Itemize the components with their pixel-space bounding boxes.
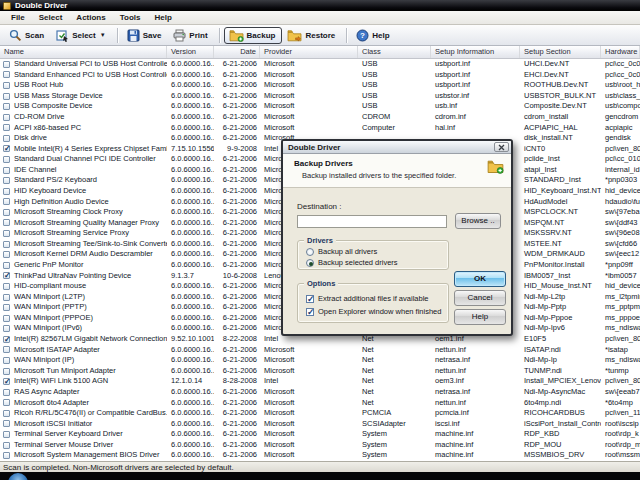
menu-help[interactable]: Help: [147, 11, 178, 24]
table-row[interactable]: Terminal Server Mouse Driver6.0.6000.16.…: [0, 440, 640, 451]
menu-file[interactable]: File: [4, 11, 32, 24]
table-row[interactable]: ACPI x86-based PC6.0.6000.16...6-21-2006…: [0, 122, 640, 133]
row-checkbox[interactable]: [3, 294, 10, 301]
column-header-version[interactable]: Version: [167, 46, 214, 58]
table-row[interactable]: Intel(R) WiFi Link 5100 AGN12.1.0.148-28…: [0, 376, 640, 387]
row-checkbox[interactable]: [3, 82, 10, 89]
row-checkbox[interactable]: [3, 251, 10, 258]
open-explorer-checkbox[interactable]: Open Explorer window when finished: [306, 307, 441, 316]
backup-button[interactable]: Backup: [224, 27, 283, 44]
select-button[interactable]: Select ▼: [51, 27, 113, 44]
table-row[interactable]: Microsoft Tun Miniport Adapter6.0.6000.1…: [0, 366, 640, 377]
row-checkbox[interactable]: [3, 357, 10, 364]
menu-tools[interactable]: Tools: [113, 11, 148, 24]
close-icon[interactable]: [494, 142, 509, 152]
ok-button[interactable]: OK: [454, 271, 506, 287]
select-icon: [56, 29, 69, 42]
cell-name: ThinkPad UltraNav Pointing Device: [0, 271, 167, 282]
print-button[interactable]: Print: [168, 27, 214, 44]
row-checkbox[interactable]: [3, 124, 10, 131]
cancel-button[interactable]: Cancel: [454, 290, 506, 306]
table-row[interactable]: USB Composite Device6.0.6000.16...6-21-2…: [0, 101, 640, 112]
table-row[interactable]: Microsoft 6to4 Adapter6.0.6000.16...6-21…: [0, 398, 640, 409]
dialog-help-button[interactable]: Help: [454, 309, 506, 325]
row-checkbox[interactable]: [3, 135, 10, 142]
cell-date: 6-21-2006: [214, 398, 260, 409]
column-header-setup-information[interactable]: Setup Information: [431, 46, 520, 58]
row-checkbox[interactable]: [3, 452, 10, 459]
table-row[interactable]: RAS Async Adapter6.0.6000.16...6-21-2006…: [0, 387, 640, 398]
scan-button[interactable]: Scan: [4, 27, 51, 44]
table-row[interactable]: WAN Miniport (IP)6.0.6000.16...6-21-2006…: [0, 355, 640, 366]
restore-button[interactable]: Restore: [282, 27, 342, 44]
row-checkbox[interactable]: [3, 368, 10, 375]
cell-setup-information: nettun.inf: [431, 366, 520, 377]
table-row[interactable]: CD-ROM Drive6.0.6000.16...6-21-2006Micro…: [0, 112, 640, 123]
row-checkbox[interactable]: [3, 431, 10, 438]
table-row[interactable]: USB Root Hub6.0.6000.16...6-21-2006Micro…: [0, 80, 640, 91]
table-row[interactable]: Standard Universal PCI to USB Host Contr…: [0, 59, 640, 70]
row-checkbox[interactable]: [3, 93, 10, 100]
row-checkbox[interactable]: [3, 156, 10, 163]
row-checkbox[interactable]: [3, 219, 10, 226]
row-checkbox[interactable]: [3, 283, 10, 290]
row-checkbox[interactable]: [3, 230, 10, 237]
row-checkbox[interactable]: [3, 103, 10, 110]
column-header-provider[interactable]: Provider: [260, 46, 358, 58]
destination-input[interactable]: [297, 215, 447, 228]
table-row[interactable]: Microsoft ISATAP Adapter6.0.6000.16...6-…: [0, 345, 640, 356]
row-checkbox[interactable]: [3, 167, 10, 174]
backup-all-drivers-radio[interactable]: Backup all drivers: [306, 247, 377, 256]
row-checkbox[interactable]: [3, 420, 10, 427]
column-header-date[interactable]: Date: [214, 46, 260, 58]
backup-selected-drivers-radio[interactable]: Backup selected drivers: [306, 258, 398, 267]
cell-setup-section: Ndi-Mp-Pppoe: [520, 313, 601, 324]
row-checkbox[interactable]: [3, 399, 10, 406]
table-row[interactable]: Ricoh R/RL/5C476(II) or Compatible CardB…: [0, 408, 640, 419]
driver-name: Terminal Server Mouse Driver: [14, 440, 113, 451]
cell-date: 6-21-2006: [214, 133, 260, 144]
row-checkbox[interactable]: [3, 71, 10, 78]
row-checkbox[interactable]: [3, 209, 10, 216]
row-checkbox[interactable]: [3, 325, 10, 332]
column-header-setup-section[interactable]: Setup Section: [520, 46, 601, 58]
save-button[interactable]: Save: [122, 27, 169, 44]
table-row[interactable]: Terminal Server Keyboard Driver6.0.6000.…: [0, 429, 640, 440]
row-checkbox-checked[interactable]: [3, 272, 10, 279]
row-checkbox-checked[interactable]: [3, 336, 10, 343]
row-checkbox[interactable]: [3, 315, 10, 322]
table-row[interactable]: Microsoft System Management BIOS Driver6…: [0, 450, 640, 461]
table-row[interactable]: USB Mass Storage Device6.0.6000.16...6-2…: [0, 91, 640, 102]
row-checkbox[interactable]: [3, 262, 10, 269]
row-checkbox[interactable]: [3, 346, 10, 353]
table-row[interactable]: Standard Enhanced PCI to USB Host Contro…: [0, 70, 640, 81]
menu-actions[interactable]: Actions: [69, 11, 112, 24]
dialog-titlebar[interactable]: Double Driver: [283, 141, 511, 154]
cell-provider: Microsoft: [260, 429, 358, 440]
cell-name: Microsoft Kernel DRM Audio Descrambler: [0, 249, 167, 260]
row-checkbox[interactable]: [3, 241, 10, 248]
column-header-name[interactable]: Name: [0, 46, 167, 58]
row-checkbox[interactable]: [3, 177, 10, 184]
start-orb-icon[interactable]: [8, 473, 28, 480]
row-checkbox[interactable]: [3, 389, 10, 396]
column-header-hardware[interactable]: Hardware: [601, 46, 640, 58]
row-checkbox[interactable]: [3, 188, 10, 195]
menu-select[interactable]: Select: [32, 11, 70, 24]
row-checkbox-checked[interactable]: [3, 145, 10, 152]
cell-setup-section: RDP_KBD: [520, 429, 601, 440]
extract-additional-files-checkbox[interactable]: Extract additional files if available: [306, 294, 428, 303]
row-checkbox[interactable]: [3, 61, 10, 68]
row-checkbox[interactable]: [3, 442, 10, 449]
table-row[interactable]: Microsoft iSCSI Initiator6.0.6000.16...6…: [0, 419, 640, 430]
window-titlebar[interactable]: Double Driver: [0, 0, 640, 11]
column-header-class[interactable]: Class: [358, 46, 431, 58]
row-checkbox-checked[interactable]: [3, 378, 10, 385]
help-button[interactable]: ? Help: [351, 27, 396, 44]
browse-button[interactable]: Browse ..: [455, 213, 501, 229]
cell-setup-information: iscsi.inf: [431, 419, 520, 430]
row-checkbox[interactable]: [3, 410, 10, 417]
row-checkbox[interactable]: [3, 304, 10, 311]
row-checkbox[interactable]: [3, 198, 10, 205]
row-checkbox[interactable]: [3, 114, 10, 121]
